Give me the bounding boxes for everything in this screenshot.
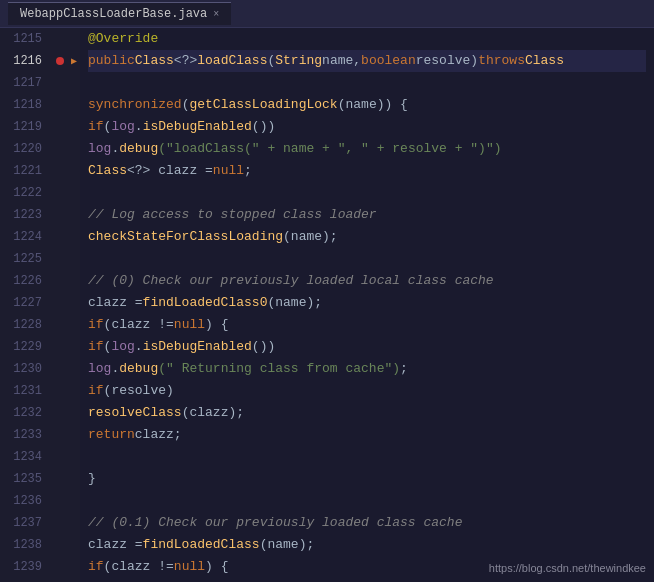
breakpoint-slot[interactable] <box>52 28 68 50</box>
token: resolveClass <box>88 402 182 424</box>
code-line: clazz = findLoadedClass0(name); <box>88 292 646 314</box>
breakpoint-slot[interactable] <box>52 94 68 116</box>
token: (name); <box>267 292 322 314</box>
gutter-slot <box>68 556 80 578</box>
breakpoint-slot[interactable] <box>52 534 68 556</box>
code-line: Class<?> clazz = null; <box>88 160 646 182</box>
line-number: 1217 <box>0 72 46 94</box>
token: (name); <box>283 226 338 248</box>
breakpoint-slot[interactable] <box>52 72 68 94</box>
gutter-slot <box>68 402 80 424</box>
line-numbers: 1215121612171218121912201221122212231224… <box>0 28 52 582</box>
line-number: 1234 <box>0 446 46 468</box>
line-number: 1226 <box>0 270 46 292</box>
line-number: 1233 <box>0 424 46 446</box>
tab-close-button[interactable]: × <box>213 9 219 20</box>
breakpoint-slot[interactable] <box>52 270 68 292</box>
breakpoint-slot[interactable] <box>52 358 68 380</box>
gutter-slot: ▶ <box>68 50 80 72</box>
gutter-slot <box>68 72 80 94</box>
token: . <box>135 578 143 582</box>
tab-label: WebappClassLoaderBase.java <box>20 7 207 21</box>
breakpoint-dot <box>56 57 64 65</box>
breakpoint-slot[interactable] <box>52 204 68 226</box>
breakpoint-slot[interactable] <box>52 424 68 446</box>
breakpoint-slot[interactable] <box>52 402 68 424</box>
gutter-slot <box>68 336 80 358</box>
gutter-slot <box>68 534 80 556</box>
line-number: 1236 <box>0 490 46 512</box>
breakpoint-slot[interactable] <box>52 336 68 358</box>
token: // (0) Check our previously loaded local… <box>88 270 494 292</box>
token: null <box>213 160 244 182</box>
token: if <box>88 336 104 358</box>
breakpoint-slot[interactable] <box>52 578 68 582</box>
token: String <box>275 50 322 72</box>
line-number: 1229 <box>0 336 46 358</box>
token: . <box>135 116 143 138</box>
breakpoint-slot[interactable] <box>52 138 68 160</box>
breakpoint-slot[interactable] <box>52 314 68 336</box>
breakpoint-slot[interactable] <box>52 380 68 402</box>
gutter-slot <box>68 512 80 534</box>
token: Class <box>135 50 174 72</box>
token: debug <box>119 358 158 380</box>
breakpoint-slot[interactable] <box>52 248 68 270</box>
gutter-slot <box>68 248 80 270</box>
breakpoint-slot[interactable] <box>52 446 68 468</box>
token: <?> <box>174 50 197 72</box>
breakpoint-slot[interactable] <box>52 226 68 248</box>
token: } <box>88 468 96 490</box>
token: log <box>111 578 134 582</box>
breakpoint-slot[interactable] <box>52 292 68 314</box>
line-number: 1230 <box>0 358 46 380</box>
gutter-slot <box>68 446 80 468</box>
token: ()) <box>252 578 275 582</box>
breakpoint-area <box>52 28 68 582</box>
gutter-slot <box>68 468 80 490</box>
line-number: 1216 <box>0 50 46 72</box>
breakpoint-slot[interactable] <box>52 182 68 204</box>
token: null <box>174 314 205 336</box>
line-number: 1239 <box>0 556 46 578</box>
line-number: 1228 <box>0 314 46 336</box>
breakpoint-slot[interactable] <box>52 512 68 534</box>
token: if <box>88 578 104 582</box>
token: ) { <box>205 314 228 336</box>
token: return <box>88 424 135 446</box>
token: isDebugEnabled <box>143 336 252 358</box>
token: synchronized <box>88 94 182 116</box>
code-line: if (resolve) <box>88 380 646 402</box>
editor-tab[interactable]: WebappClassLoaderBase.java × <box>8 2 231 25</box>
token: ( <box>267 50 275 72</box>
breakpoint-slot[interactable] <box>52 50 68 72</box>
breakpoint-slot[interactable] <box>52 116 68 138</box>
token: if <box>88 116 104 138</box>
gutter: ▶ <box>68 28 80 582</box>
title-bar: WebappClassLoaderBase.java × <box>0 0 654 28</box>
code-line: if (clazz != null) { <box>88 314 646 336</box>
line-number: 1218 <box>0 94 46 116</box>
token: resolve) <box>416 50 478 72</box>
token: . <box>135 336 143 358</box>
token: ( <box>104 116 112 138</box>
token: ) { <box>205 556 228 578</box>
gutter-slot <box>68 204 80 226</box>
token: if <box>88 556 104 578</box>
token: (clazz != <box>104 314 174 336</box>
gutter-slot <box>68 160 80 182</box>
code-line: // Log access to stopped class loader <box>88 204 646 226</box>
breakpoint-slot[interactable] <box>52 160 68 182</box>
token: ; <box>400 358 408 380</box>
code-line: log.debug("loadClass(" + name + ", " + r… <box>88 138 646 160</box>
token: Class <box>88 160 127 182</box>
token: public <box>88 50 135 72</box>
breakpoint-slot[interactable] <box>52 468 68 490</box>
token: (name); <box>260 534 315 556</box>
breakpoint-slot[interactable] <box>52 490 68 512</box>
breakpoint-slot[interactable] <box>52 556 68 578</box>
editor-container: WebappClassLoaderBase.java × 12151216121… <box>0 0 654 582</box>
gutter-slot <box>68 226 80 248</box>
code-line: // (0.1) Check our previously loaded cla… <box>88 512 646 534</box>
line-number: 1220 <box>0 138 46 160</box>
